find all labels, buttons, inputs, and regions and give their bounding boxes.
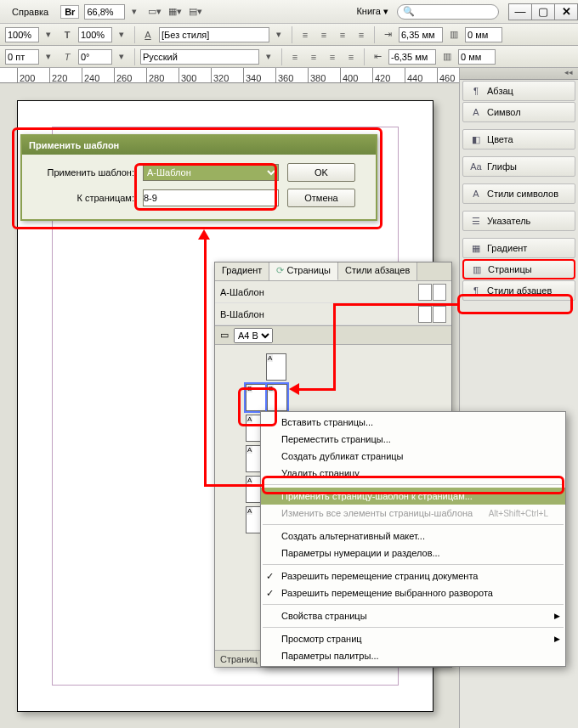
align-right-icon[interactable]: ≡ <box>335 27 350 42</box>
close-button[interactable]: ✕ <box>554 3 578 20</box>
check-icon: ✓ <box>266 571 274 582</box>
pages-range-input[interactable] <box>143 189 279 206</box>
ruler-tick: 340 <box>243 68 261 83</box>
ctx-delete[interactable]: Удалить страницу <box>261 465 565 482</box>
ruler-tick: 400 <box>340 68 358 83</box>
justify-all-left-icon[interactable]: ≡ <box>287 49 303 65</box>
language-select[interactable] <box>140 49 259 65</box>
pages-panel-tab[interactable]: Градиент <box>215 262 269 280</box>
control-strip-1: ▾ T ▾ A ▾ ≡ ≡ ≡ ≡ ⇥ ▥ <box>0 24 578 46</box>
pages-panel-tabs: Градиент⟳СтраницыСтили абзацев <box>215 262 451 281</box>
panel-pages[interactable]: ▥Страницы <box>462 259 575 279</box>
vert-scale-input[interactable] <box>78 27 112 42</box>
pages-panel-tab[interactable]: Стили абзацев <box>338 262 417 280</box>
ctx-shuffle-doc[interactable]: ✓Разрешить перемещение страниц документа <box>261 567 565 584</box>
pages-panel-tab[interactable]: ⟳Страницы <box>269 262 338 280</box>
dock-collapse-handle[interactable]: ◂◂ <box>460 68 578 80</box>
align-justify-icon[interactable]: ≡ <box>354 27 369 42</box>
ctx-label: Свойства страницы <box>281 611 367 621</box>
ctx-label: Применить страницу-шаблон к страницам... <box>281 491 473 501</box>
search-icon: 🔍 <box>403 6 415 17</box>
panel-paragraph-icon: ¶ <box>470 85 482 97</box>
ruler-tick: 320 <box>211 68 229 83</box>
zoom-input[interactable] <box>84 4 125 20</box>
leading-input[interactable] <box>5 49 39 65</box>
panel-swatches[interactable]: ◧Цвета <box>462 129 575 150</box>
columns-input[interactable] <box>465 27 502 42</box>
ctx-separator <box>263 627 564 628</box>
ruler-tick: 380 <box>308 68 326 83</box>
spread[interactable]: A <box>266 353 446 381</box>
ruler-tick: 460 <box>437 68 455 83</box>
panel-character-icon: A <box>470 106 482 118</box>
ctx-label: Параметры нумерации и разделов... <box>281 548 440 558</box>
panel-gradient-icon: ▦ <box>470 242 482 254</box>
master-row[interactable]: B-Шаблон <box>215 303 451 325</box>
master-template-select[interactable]: A-Шаблон <box>143 164 279 181</box>
panel-label: Глифы <box>487 161 517 172</box>
ctx-shortcut: Alt+Shift+Ctrl+L <box>489 509 548 518</box>
page-thumb[interactable]: A <box>266 353 286 381</box>
panel-paragraph[interactable]: ¶Абзац <box>462 81 575 101</box>
page-size-select[interactable]: A4 B <box>234 328 273 343</box>
horiz-scale-input[interactable] <box>5 27 39 42</box>
ctx-apply-master[interactable]: Применить страницу-шаблон к страницам... <box>261 488 565 505</box>
panel-label: Стили символов <box>487 189 558 199</box>
panel-glyphs[interactable]: AaГлифы <box>462 156 575 177</box>
ctx-duplicate[interactable]: Создать дубликат страницы <box>261 448 565 465</box>
ctx-label: Вставить страницы... <box>281 417 373 427</box>
screen-mode-icon[interactable]: ▭▾ <box>147 4 162 20</box>
page-thumb[interactable]: B <box>267 384 287 411</box>
refresh-icon: ⟳ <box>276 265 284 275</box>
justify-all-center-icon[interactable]: ≡ <box>306 49 321 65</box>
ctx-move[interactable]: Переместить страницы... <box>261 431 565 448</box>
panel-charstyles[interactable]: AСтили символов <box>462 183 575 204</box>
panel-character[interactable]: AСимвол <box>462 102 575 122</box>
char-style-select[interactable] <box>159 27 269 42</box>
panel-charstyles-icon: A <box>470 188 482 200</box>
zoom-control[interactable]: ▾ <box>84 4 142 20</box>
spread[interactable]: BB <box>246 384 446 411</box>
ctx-label: Изменить все элементы страницы-шаблона <box>281 508 473 518</box>
dropdown-icon[interactable]: ▾ <box>127 4 142 20</box>
ctx-label: Создать дубликат страницы <box>281 451 404 461</box>
ctx-insert[interactable]: Вставить страницы... <box>261 414 565 431</box>
ruler-tick: 200 <box>17 68 35 83</box>
panel-label: Символ <box>487 107 521 117</box>
ok-button[interactable]: OK <box>287 163 355 182</box>
menu-help[interactable]: Справка <box>5 3 55 20</box>
skew-input[interactable] <box>78 49 112 65</box>
space-after-input[interactable] <box>388 49 436 65</box>
ctx-label: Параметры палитры... <box>281 651 379 661</box>
ctx-altlayout[interactable]: Создать альтернативный макет... <box>261 528 565 545</box>
search-field[interactable]: 🔍 <box>397 4 499 20</box>
ctx-viewpages[interactable]: Просмотр страниц▶ <box>261 630 565 647</box>
panel-index[interactable]: ☰Указатель <box>462 211 575 231</box>
ctx-numbering[interactable]: Параметры нумерации и разделов... <box>261 545 565 562</box>
arrange-icon[interactable]: ▦▾ <box>167 4 183 20</box>
align-left-icon[interactable]: ≡ <box>298 27 313 42</box>
ctx-label: Переместить страницы... <box>281 434 391 444</box>
space-before-input[interactable] <box>399 27 443 42</box>
ctx-pageattr[interactable]: Свойства страницы▶ <box>261 607 565 624</box>
submenu-arrow-icon: ▶ <box>554 612 560 620</box>
panel-label: Стили абзацев <box>487 285 552 296</box>
align-center-icon[interactable]: ≡ <box>316 27 332 42</box>
workspace-switcher[interactable]: Книга ▾ <box>356 6 392 17</box>
gutter-input[interactable] <box>458 49 496 65</box>
master-row[interactable]: A-Шаблон <box>215 281 451 303</box>
panel-parastyles[interactable]: ¶Стили абзацев <box>462 280 575 301</box>
minimize-button[interactable]: — <box>508 3 532 20</box>
cancel-button[interactable]: Отмена <box>287 189 355 207</box>
justify-all-icon[interactable]: ≡ <box>343 49 359 65</box>
maximize-button[interactable]: ▢ <box>531 3 555 20</box>
bridge-button[interactable]: Br <box>60 5 79 19</box>
justify-all-right-icon[interactable]: ≡ <box>325 49 340 65</box>
panel-gradient[interactable]: ▦Градиент <box>462 238 575 258</box>
page-thumb[interactable]: B <box>246 384 266 411</box>
ctx-panelopts[interactable]: Параметры палитры... <box>261 647 565 664</box>
ctx-shuffle-spread[interactable]: ✓Разрешить перемещение выбранного развор… <box>261 584 565 601</box>
view-options-icon[interactable]: ▤▾ <box>188 4 203 20</box>
space-after-icon: ⇤ <box>370 49 385 65</box>
panel-label: Указатель <box>487 216 530 226</box>
